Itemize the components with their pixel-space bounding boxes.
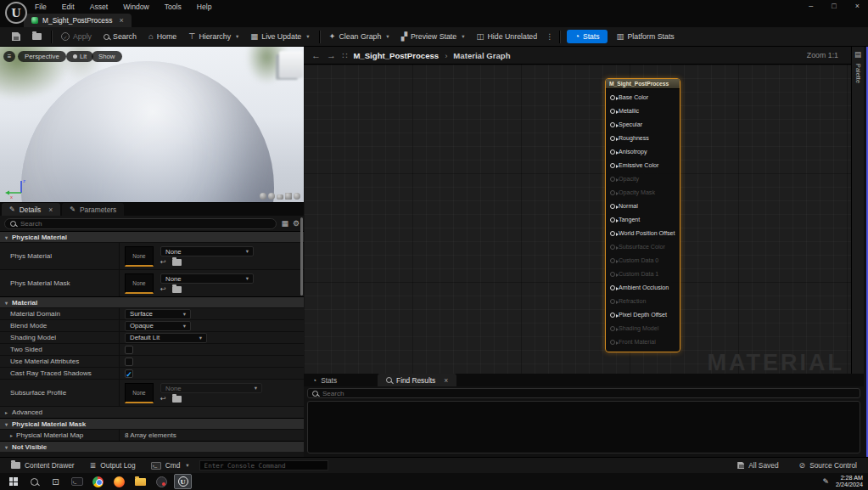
browse-to-asset-icon[interactable] [172, 286, 182, 293]
details-search-box[interactable] [4, 218, 277, 229]
close-icon[interactable]: × [855, 0, 860, 14]
use-material-attributes-checkbox[interactable] [125, 358, 133, 366]
sphere-shape-button[interactable] [268, 193, 275, 200]
node-pin-pixel-depth-offset[interactable]: Pixel Depth Offset [606, 308, 680, 322]
use-selected-asset-icon[interactable]: ↩ [160, 395, 166, 403]
section-material[interactable]: ▾ Material [0, 296, 304, 307]
browse-to-asset-icon[interactable] [172, 396, 182, 403]
browse-to-asset-icon[interactable] [172, 259, 182, 266]
graph-canvas[interactable]: M_Sight_PostProcess Base ColorMetallicSp… [304, 65, 851, 374]
save-button[interactable] [6, 27, 26, 47]
platform-stats-button[interactable]: ▥ Platform Stats [611, 27, 680, 47]
firefox-app-button[interactable] [110, 474, 128, 489]
subsurface-profile-thumbnail[interactable]: None [125, 383, 154, 403]
node-pin-world-position-offset[interactable]: World Position Offset [606, 227, 680, 240]
menu-tools[interactable]: Tools [157, 0, 189, 14]
material-preview-viewport[interactable]: ≡ Perspective Lit Show z x [0, 47, 304, 202]
node-pin-ambient-occlusion[interactable]: Ambient Occlusion [606, 281, 680, 295]
stats-button[interactable]: ◔ Stats [567, 30, 607, 43]
hide-unrelated-options-icon[interactable]: ⋮ [543, 32, 556, 41]
content-drawer-button[interactable]: Content Drawer [6, 458, 80, 474]
search-button[interactable]: Search [98, 27, 143, 47]
cylinder-shape-button[interactable] [260, 193, 266, 200]
menu-help[interactable]: Help [189, 0, 220, 14]
forward-icon[interactable]: → [327, 50, 336, 60]
plane-shape-button[interactable] [277, 194, 283, 200]
node-pin-refraction[interactable]: Refraction [606, 295, 680, 308]
chrome-app-button[interactable] [89, 474, 107, 489]
tab-stats[interactable]: ◔ Stats [304, 374, 345, 386]
lit-mode-dropdown[interactable]: Lit [66, 51, 93, 62]
perspective-dropdown[interactable]: Perspective [18, 51, 66, 62]
menu-edit[interactable]: Edit [54, 0, 82, 14]
node-pin-normal[interactable]: Normal [606, 200, 680, 213]
node-pin-shading-model[interactable]: Shading Model [606, 322, 680, 335]
chevron-right-icon[interactable]: ▸ [10, 432, 13, 438]
breadcrumb-asset[interactable]: M_Sight_PostProcess [353, 51, 439, 60]
node-pin-opacity-mask[interactable]: Opacity Mask [606, 186, 680, 200]
section-physical-material-mask[interactable]: ▾ Physical Material Mask [0, 418, 304, 429]
cast-ray-traced-shadows-checkbox[interactable] [125, 369, 133, 378]
hierarchy-button[interactable]: ⊤ Hierarchy ▾ [182, 27, 244, 47]
start-button[interactable] [4, 474, 22, 489]
phys-material-dropdown[interactable]: None ▾ [160, 246, 254, 256]
node-pin-emissive-color[interactable]: Emissive Color [606, 159, 680, 172]
hide-unrelated-button[interactable]: ◫ Hide Unrelated [470, 27, 543, 47]
media-app-button[interactable] [153, 474, 171, 489]
node-pin-custom-data-0[interactable]: Custom Data 0 [606, 254, 680, 268]
advanced-expander[interactable]: ▸ Advanced [0, 406, 304, 418]
blend-mode-dropdown[interactable]: Opaque ▾ [125, 321, 191, 331]
custom-mesh-button[interactable] [294, 193, 300, 200]
menu-file[interactable]: File [27, 0, 54, 14]
find-results-search-input[interactable] [322, 390, 855, 397]
node-pin-metallic[interactable]: Metallic [606, 104, 680, 118]
clean-graph-button[interactable]: ✦ Clean Graph ▾ [323, 27, 395, 47]
output-log-button[interactable]: ≣ Output Log [85, 458, 141, 474]
breadcrumb-page[interactable]: Material Graph [453, 51, 510, 60]
browse-content-button[interactable] [26, 27, 48, 47]
subsurface-profile-dropdown[interactable]: None ▾ [160, 383, 262, 393]
unreal-engine-taskbar-button[interactable]: U [174, 474, 192, 489]
use-selected-asset-icon[interactable]: ↩ [160, 258, 166, 266]
menu-window[interactable]: Window [115, 0, 157, 14]
use-selected-asset-icon[interactable]: ↩ [160, 285, 166, 293]
material-node-title[interactable]: M_Sight_PostProcess [606, 79, 680, 89]
node-pin-front-material[interactable]: Front Material [606, 335, 680, 349]
node-pin-subsurface-color[interactable]: Subsurface Color [606, 240, 680, 254]
maximize-icon[interactable]: □ [832, 0, 836, 14]
unreal-engine-logo-icon[interactable]: U [5, 2, 27, 24]
phys-material-mask-thumbnail[interactable]: None [125, 273, 154, 294]
node-pin-base-color[interactable]: Base Color [606, 91, 680, 104]
taskbar-clock[interactable]: 2:28 AM 2/24/2024 [836, 475, 863, 489]
home-button[interactable]: ⌂ Home [143, 27, 182, 47]
terminal-app-button[interactable]: ›_ [68, 474, 86, 489]
section-physical-material[interactable]: ▾ Physical Material [0, 231, 304, 242]
tab-parameters[interactable]: ✎ Parameters [62, 203, 124, 216]
details-scrollbar[interactable] [300, 217, 303, 296]
find-results-search-box[interactable] [307, 388, 860, 398]
gear-icon[interactable]: ⚙ [293, 219, 300, 228]
preview-state-button[interactable]: ▞ Preview State ▾ [395, 27, 471, 47]
pen-settings-icon[interactable]: ✎ [822, 477, 829, 486]
taskbar-search-button[interactable] [25, 474, 43, 489]
material-domain-dropdown[interactable]: Surface ▾ [125, 309, 191, 319]
node-pin-specular[interactable]: Specular [606, 118, 680, 132]
node-pin-tangent[interactable]: Tangent [606, 213, 680, 227]
two-sided-checkbox[interactable] [125, 346, 133, 354]
node-pin-opacity[interactable]: Opacity [606, 172, 680, 186]
show-dropdown[interactable]: Show [92, 51, 122, 62]
find-results-list[interactable] [307, 401, 860, 453]
find-results-close-icon[interactable]: × [444, 376, 448, 385]
material-result-node[interactable]: M_Sight_PostProcess Base ColorMetallicSp… [605, 78, 680, 352]
back-icon[interactable]: ← [311, 50, 321, 60]
tab-m-sight-postprocess[interactable]: M_Sight_PostProcess × [24, 14, 132, 27]
node-pin-roughness[interactable]: Roughness [606, 132, 680, 145]
apply-button[interactable]: ✓ Apply [55, 27, 98, 47]
menu-asset[interactable]: Asset [82, 0, 116, 14]
tab-find-results[interactable]: Find Results × [378, 374, 456, 386]
details-tab-close-icon[interactable]: × [48, 206, 53, 214]
node-pin-custom-data-1[interactable]: Custom Data 1 [606, 268, 680, 281]
console-command-box[interactable] [199, 460, 328, 470]
cube-shape-button[interactable] [285, 193, 292, 200]
live-update-button[interactable]: ▦ Live Update ▾ [244, 27, 315, 47]
